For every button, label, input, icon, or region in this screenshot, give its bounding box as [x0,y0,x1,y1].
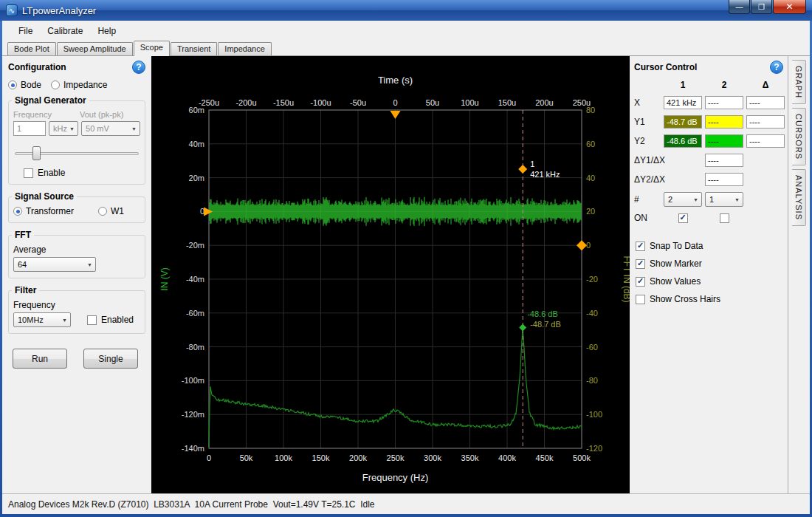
fft-title: FFT [12,230,34,240]
svg-text:-50u: -50u [350,98,366,107]
average-select[interactable]: 64 ▼ [13,257,96,272]
side-tab-graph[interactable]: GRAPH [792,60,806,104]
svg-text:-48.6 dB: -48.6 dB [527,309,558,318]
svg-text:100u: 100u [461,98,478,107]
y1-delta-value: ---- [746,115,785,129]
help-icon[interactable]: ? [132,61,145,74]
scope-chart[interactable]: -250u-200u-150u-100u-50u050u100u150u200u… [151,56,630,493]
svg-text:-60: -60 [586,343,598,352]
chevron-down-icon: ▼ [60,314,69,326]
cursor2-marker-value: 1 [709,195,714,204]
y2-delta-value: ---- [746,134,785,148]
dy2dx-value: ---- [705,173,743,186]
svg-text:IN (V): IN (V) [159,267,170,290]
side-tab-analysis[interactable]: ANALYSIS [792,169,806,226]
y1-row-label: Y1 [634,117,661,127]
svg-text:-140m: -140m [182,444,204,453]
frequency-unit-select[interactable]: kHz ▼ [49,121,78,136]
vout-label: Vout (pk-pk) [80,110,123,119]
tab-sweep-amplitude[interactable]: Sweep Amplitude [57,42,133,55]
cursor2-on-checkbox[interactable] [720,213,729,223]
maximize-button[interactable]: ❐ [751,0,772,14]
cursor-control-title: Cursor Control [634,62,697,72]
dy1dx-row-label: ΔY1/ΔX [634,155,702,165]
filter-title: Filter [12,285,39,295]
menu-help[interactable]: Help [90,23,123,39]
enable-checkbox[interactable] [24,168,33,178]
tab-scope[interactable]: Scope [134,41,170,56]
menu-file[interactable]: File [11,23,40,39]
w1-radio[interactable] [98,207,107,216]
cursor2-marker-select[interactable]: 1 ▼ [705,192,743,207]
bode-radio[interactable] [8,81,17,89]
tab-bode-plot[interactable]: Bode Plot [7,42,56,55]
help-icon[interactable]: ? [770,61,783,74]
svg-text:500k: 500k [573,453,591,462]
single-button[interactable]: Single [83,349,138,369]
svg-text:60: 60 [586,140,595,148]
svg-text:-80m: -80m [186,343,204,352]
svg-text:0: 0 [207,453,211,462]
impedance-radio[interactable] [51,81,60,89]
chevron-down-icon: ▼ [85,258,94,270]
status-text: Analog Devices M2k Rev.D (Z7010) LB3031A… [8,499,375,510]
amplitude-slider[interactable] [15,146,139,160]
impedance-radio-label: Impedance [63,80,107,90]
minimize-button[interactable]: — [729,0,750,14]
cursor-value-grid: 1 2 Δ X 421 kHz ---- ---- Y1 -48.7 dB --… [634,80,783,223]
cursor2-column-header: 2 [705,80,743,90]
fft-group: FFT Average 64 ▼ [8,235,145,278]
app-window: LTpowerAnalyzer — ❐ ✕ File Calibrate Hel… [0,0,812,517]
tab-impedance[interactable]: Impedance [218,42,271,55]
slider-thumb[interactable] [32,146,41,160]
cursor1-marker-value: 2 [668,195,672,204]
svg-text:-120: -120 [586,444,602,453]
signal-source-title: Signal Source [12,191,77,202]
svg-text:-100m: -100m [182,376,204,385]
cursor1-marker-select[interactable]: 2 ▼ [664,192,702,207]
vout-select[interactable]: 50 mV ▼ [81,121,140,136]
dy1dx-value: ---- [705,154,743,167]
show-values-checkbox[interactable] [636,277,645,287]
scope-plot[interactable]: -250u-200u-150u-100u-50u050u100u150u200u… [151,56,630,493]
menu-calibrate[interactable]: Calibrate [40,23,90,39]
svg-text:150u: 150u [498,98,516,107]
snap-to-data-checkbox[interactable] [636,242,645,251]
chevron-down-icon: ▼ [129,123,139,134]
filter-frequency-value: 10MHz [18,315,44,324]
run-button[interactable]: Run [13,349,67,369]
svg-text:1: 1 [530,160,534,168]
svg-text:Frequency (Hz): Frequency (Hz) [362,472,429,483]
filter-enabled-checkbox[interactable] [87,315,97,325]
filter-frequency-label: Frequency [13,300,140,310]
menu-bar: File Calibrate Help [2,21,810,41]
title-bar[interactable]: LTpowerAnalyzer — ❐ ✕ [0,0,812,21]
transformer-radio[interactable] [13,207,22,216]
tab-transient[interactable]: Transient [171,42,217,55]
show-marker-checkbox[interactable] [636,259,645,269]
svg-text:40m: 40m [189,140,204,148]
x-row-label: X [634,97,661,108]
show-cross-hairs-checkbox[interactable] [636,295,645,304]
svg-text:-20m: -20m [186,241,204,250]
x-delta-value: ---- [746,96,785,109]
signal-generator-title: Signal Generator [12,95,89,106]
snap-to-data-label: Snap To Data [650,241,703,251]
svg-text:-100u: -100u [310,98,331,107]
marker-number-row-label: # [634,194,661,205]
cursor1-on-checkbox[interactable] [678,213,688,223]
svg-text:-100: -100 [586,410,602,419]
chevron-down-icon: ▼ [67,123,77,134]
filter-frequency-select[interactable]: 10MHz ▼ [13,312,71,327]
x-cursor1-value: 421 kHz [664,96,702,109]
vout-value: 50 mV [86,124,109,133]
close-button[interactable]: ✕ [773,0,806,14]
client-area: File Calibrate Help Bode Plot Sweep Ampl… [2,21,810,514]
on-row-label: ON [634,213,661,223]
frequency-label: Frequency [13,110,80,119]
svg-text:20m: 20m [189,174,204,182]
side-tab-cursors[interactable]: CURSORS [792,108,806,165]
frequency-input[interactable]: 1 [13,121,46,136]
svg-text:60m: 60m [189,106,204,114]
filter-enabled-label: Enabled [101,315,134,325]
